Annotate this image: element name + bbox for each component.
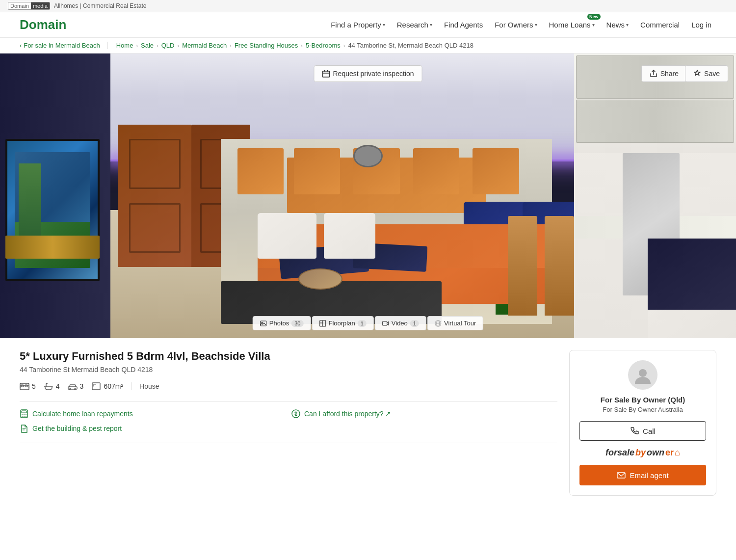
chevron-left-icon: ‹ — [20, 42, 22, 49]
svg-point-18 — [26, 414, 26, 415]
breadcrumb-free-standing[interactable]: Free Standing Houses — [235, 42, 298, 49]
call-button[interactable]: Call — [579, 421, 706, 441]
chevron-down-icon: ▾ — [430, 22, 432, 27]
property-type: House — [139, 382, 159, 390]
feature-beds: 5 — [20, 381, 36, 391]
phone-icon — [630, 427, 639, 435]
nav-for-owners[interactable]: For Owners ▾ — [490, 18, 542, 32]
request-inspection-button[interactable]: Request private inspection — [314, 65, 422, 82]
svg-rect-13 — [92, 383, 100, 390]
svg-rect-4 — [383, 321, 387, 325]
tab-floorplan[interactable]: Floorplan 1 — [312, 316, 373, 330]
main-nav: Domain Find a Property ▾ Research ▾ Find… — [0, 12, 736, 38]
nav-link-home-loans[interactable]: Home Loans New ▾ — [544, 18, 600, 32]
room-door — [118, 125, 191, 267]
photo-icon — [260, 320, 267, 327]
chevron-down-icon: ▾ — [592, 22, 595, 27]
star-icon — [693, 70, 701, 78]
nav-link-for-owners[interactable]: For Owners ▾ — [490, 18, 542, 32]
breadcrumb-current-address: 44 Tamborine St, Mermaid Beach QLD 4218 — [348, 42, 473, 49]
breadcrumb-separator: › — [157, 43, 158, 49]
baths-count: 4 — [56, 382, 60, 390]
nav-link-research[interactable]: Research ▾ — [392, 18, 437, 32]
media-label: media — [31, 2, 50, 9]
svg-point-16 — [22, 414, 23, 415]
svg-point-17 — [24, 414, 25, 415]
nav-home-loans[interactable]: Home Loans New ▾ — [544, 18, 600, 32]
document-icon — [20, 424, 28, 433]
nav-commercial[interactable]: Commercial — [635, 18, 684, 32]
breadcrumb-5-bedrooms[interactable]: 5-Bedrooms — [306, 42, 341, 49]
virtual-tour-icon — [435, 320, 442, 327]
svg-point-2 — [262, 322, 263, 323]
svg-point-21 — [26, 416, 26, 417]
agent-avatar — [628, 360, 657, 390]
new-badge: New — [587, 14, 601, 20]
afford-check-link[interactable]: Can I afford this property? ↗ — [291, 409, 557, 418]
nav-link-commercial[interactable]: Commercial — [635, 18, 684, 32]
feature-baths: 4 — [44, 381, 60, 391]
email-icon — [617, 471, 626, 480]
nav-login[interactable]: Log in — [686, 18, 716, 32]
property-image-container: Request private inspection Share Save Ph… — [0, 53, 736, 338]
top-bar: Domain media Allhomes | Commercial Real … — [0, 0, 736, 12]
dining-chair — [413, 148, 460, 194]
cars-count: 3 — [80, 382, 84, 390]
email-agent-button[interactable]: Email agent — [579, 465, 706, 485]
photo-tabs: Photos 30 Floorplan 1 Video 1 — [253, 316, 483, 330]
chevron-down-icon: ▾ — [383, 22, 385, 27]
agent-name: For Sale By Owner (Qld) — [579, 396, 706, 404]
svg-point-23 — [639, 369, 647, 377]
home-loan-calc-link[interactable]: Calculate home loan repayments — [20, 409, 286, 418]
share-button[interactable]: Share — [641, 65, 687, 82]
tv-stand — [5, 236, 99, 258]
nav-news[interactable]: News ▾ — [602, 18, 634, 32]
house-icon: ⌂ — [675, 448, 680, 458]
floorplan-icon — [319, 320, 326, 327]
chevron-down-icon: ▾ — [535, 22, 537, 27]
tab-video[interactable]: Video 1 — [375, 316, 426, 330]
svg-point-20 — [24, 416, 25, 417]
divider — [20, 401, 557, 401]
calendar-icon — [322, 70, 330, 78]
nav-research[interactable]: Research ▾ — [392, 18, 437, 32]
feature-area: 607m² — [91, 381, 123, 391]
feature-cars: 3 — [68, 381, 84, 391]
avatar-placeholder-icon — [633, 365, 653, 385]
agency-logo: forsalebyowner ⌂ — [579, 448, 706, 458]
domain-media-badge: Domain media — [8, 2, 50, 10]
area-icon — [91, 381, 101, 391]
forsalebyowner-logo: forsalebyowner ⌂ — [579, 448, 706, 458]
calculator-icon — [20, 409, 28, 418]
nav-find-agents[interactable]: Find Agents — [439, 18, 488, 32]
share-icon — [650, 70, 657, 78]
breadcrumb-mermaid-beach[interactable]: Mermaid Beach — [182, 42, 227, 49]
nav-link-login[interactable]: Log in — [686, 18, 716, 32]
dollar-circle-icon — [291, 409, 300, 418]
wall-clock — [353, 145, 383, 167]
breadcrumb-back-link[interactable]: ‹ For sale in Mermaid Beach — [20, 42, 107, 49]
agency-name: For Sale By Owner Australia — [579, 406, 706, 413]
building-report-link[interactable]: Get the building & pest report — [20, 424, 286, 433]
nav-link-find-agents[interactable]: Find Agents — [439, 18, 488, 32]
main-content: 5* Luxury Furnished 5 Bdrm 4lvl, Beachsi… — [0, 338, 736, 515]
breadcrumb-sale[interactable]: Sale — [141, 42, 154, 49]
decorative-basket — [298, 268, 342, 290]
save-button[interactable]: Save — [685, 65, 728, 82]
property-details: 5* Luxury Furnished 5 Bdrm 4lvl, Beachsi… — [20, 350, 557, 504]
tab-photos[interactable]: Photos 30 — [253, 316, 311, 330]
nav-find-property[interactable]: Find a Property ▾ — [326, 18, 390, 32]
site-logo[interactable]: Domain — [20, 17, 66, 32]
nav-link-find-property[interactable]: Find a Property ▾ — [326, 18, 390, 32]
dining-chair — [294, 148, 341, 194]
nav-link-news[interactable]: News ▾ — [602, 18, 634, 32]
feature-divider — [131, 382, 131, 390]
bar-stool-2 — [508, 216, 537, 316]
domain-label: Domain — [8, 2, 31, 9]
breadcrumb-home[interactable]: Home — [116, 42, 133, 49]
breadcrumb-qld[interactable]: QLD — [161, 42, 175, 49]
tab-virtual-tour[interactable]: Virtual Tour — [427, 316, 483, 330]
bath-icon — [44, 381, 53, 391]
agent-card: For Sale By Owner (Qld) For Sale By Owne… — [569, 350, 716, 496]
feature-type: House — [139, 382, 159, 390]
